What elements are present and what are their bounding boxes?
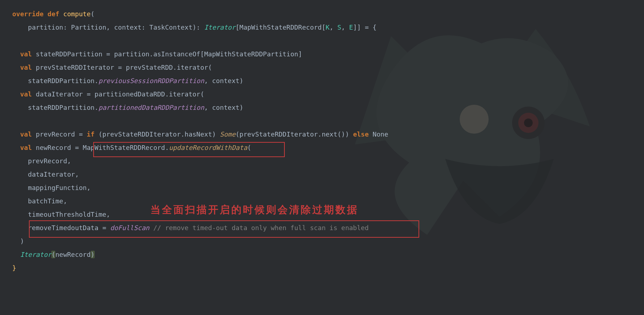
code-line: stateRDDPartition.previousSessionRDDPart… [12,74,644,87]
code-line: partition: Partition, context: TaskConte… [12,21,644,34]
code-line: Iterator(newRecord) [12,248,644,261]
code-line: } [12,261,644,275]
code-line: val dataIterator = partitionedDataRDD.it… [12,87,644,101]
code-line: val prevRecord = if (prevStateRDDIterato… [12,128,644,141]
code-line: ) [12,234,644,248]
annotation-text: 当全面扫描开启的时候则会清除过期数据 [150,203,359,216]
code-editor[interactable]: override def compute( partition: Partiti… [0,0,644,275]
code-line: prevRecord, [12,154,644,168]
code-line: val stateRDDPartition = partition.asInst… [12,47,644,61]
code-line: dataIterator, [12,168,644,181]
code-line: val prevStateRDDIterator = prevStateRDD.… [12,61,644,74]
code-line: mappingFunction, [12,181,644,194]
code-line: removeTimedoutData = doFullScan // remov… [12,221,644,234]
code-line [12,34,644,47]
code-line [12,114,644,128]
code-line: stateRDDPartition.partitionedDataRDDPart… [12,101,644,114]
code-line: val newRecord = MapWithStateRDDRecord.up… [12,141,644,154]
code-line: override def compute( [12,7,644,21]
